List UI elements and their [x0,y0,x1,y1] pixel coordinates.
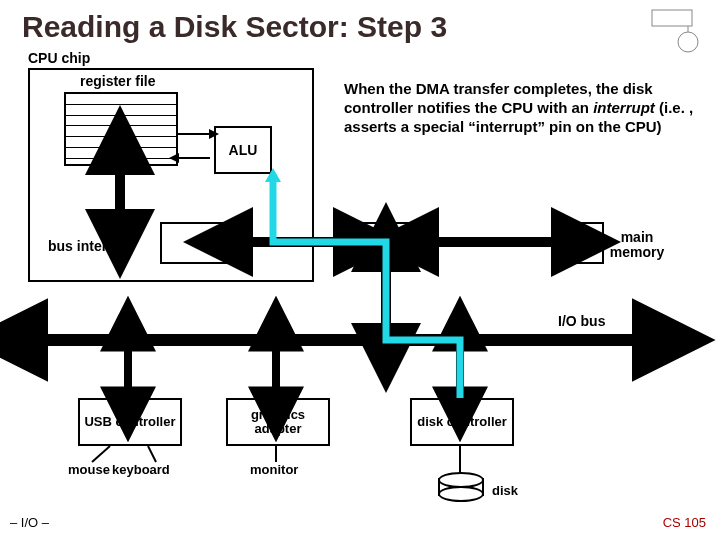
register-file-box [64,92,178,166]
bus-interface-label: bus interface [48,238,135,254]
monitor-label: monitor [250,462,298,477]
usb-controller-box: USB controller [78,398,182,446]
caption-emphasis: interrupt [593,99,655,116]
bridge-box [346,222,430,264]
corner-logo-icon [650,8,710,56]
disk-controller-box: disk controller [410,398,514,446]
cpu-chip-label: CPU chip [28,50,90,66]
bus-interface-box [160,222,244,264]
svg-rect-15 [652,10,692,26]
register-file-label: register file [80,73,155,89]
svg-line-10 [92,446,110,462]
footer-right: CS 105 [663,515,706,530]
svg-line-11 [148,446,156,462]
footer-left: – I/O – [10,515,49,530]
graphics-adapter-box: graphics adapter [226,398,330,446]
slide-title: Reading a Disk Sector: Step 3 [22,10,447,44]
caption-text: When the DMA transfer completes, the dis… [344,80,694,136]
io-bus-label: I/O bus [558,313,605,329]
main-memory-label: main memory [607,230,667,261]
main-memory-box [564,222,604,264]
mouse-label: mouse [68,462,110,477]
disk-label: disk [492,483,518,498]
alu-box: ALU [214,126,272,174]
svg-point-16 [678,32,698,52]
disk-icon [438,472,484,502]
keyboard-label: keyboard [112,462,170,477]
